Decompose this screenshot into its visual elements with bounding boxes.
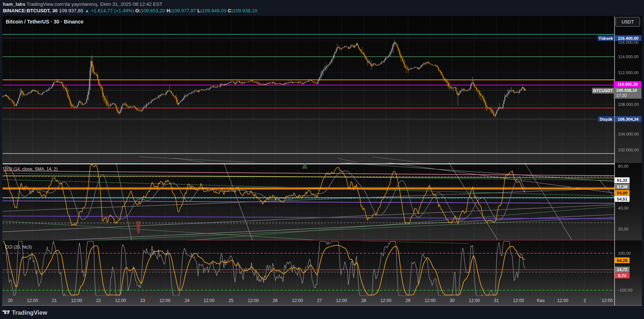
svg-text:12:00: 12:00: [160, 298, 171, 303]
svg-text:USDT: USDT: [622, 20, 634, 25]
svg-text:25: 25: [229, 298, 234, 303]
svg-text:20,00: 20,00: [618, 227, 628, 231]
svg-text:12:00: 12:00: [425, 298, 436, 303]
svg-text:12:00: 12:00: [513, 298, 524, 303]
svg-text:Yüksek: Yüksek: [599, 36, 613, 40]
svg-text:54,89: 54,89: [617, 191, 627, 195]
svg-text:Kas: Kas: [537, 298, 544, 303]
svg-text:54,51: 54,51: [617, 197, 627, 201]
svg-text:17:20: 17:20: [616, 93, 627, 98]
svg-text:12:00: 12:00: [71, 298, 82, 303]
svg-text:106.304,34: 106.304,34: [618, 117, 639, 121]
svg-text:116.400,00: 116.400,00: [618, 36, 639, 40]
svg-text:12:00: 12:00: [380, 298, 392, 303]
svg-text:8,74: 8,74: [618, 273, 626, 278]
svg-text:26: 26: [273, 298, 278, 303]
svg-text:109.938,10: 109.938,10: [616, 88, 637, 92]
svg-text:12:00: 12:00: [27, 298, 38, 303]
svg-text:20: 20: [8, 298, 13, 303]
svg-text:102.000,00: 102.000,00: [618, 148, 639, 152]
svg-text:RSI (14, close, SMA, 14, 2): RSI (14, close, SMA, 14, 2): [5, 167, 57, 172]
svg-text:12:00: 12:00: [204, 298, 215, 303]
svg-text:Bitcoin / TetherUS · 30 · Bina: Bitcoin / TetherUS · 30 · Binance: [6, 19, 83, 25]
svg-text:28: 28: [361, 298, 366, 303]
svg-text:14,72: 14,72: [617, 267, 627, 272]
svg-text:61,32: 61,32: [617, 178, 627, 182]
svg-text:2: 2: [584, 298, 586, 303]
svg-text:114.000,00: 114.000,00: [618, 55, 639, 59]
svg-text:57,38: 57,38: [617, 185, 627, 189]
svg-text:21: 21: [52, 298, 57, 303]
svg-text:64,28: 64,28: [617, 258, 627, 263]
svg-text:12:00: 12:00: [248, 298, 259, 303]
svg-text:100,00: 100,00: [618, 251, 631, 255]
svg-text:22: 22: [96, 298, 101, 303]
svg-text:23: 23: [140, 298, 145, 303]
svg-text:110.602,33: 110.602,33: [617, 82, 638, 86]
svg-text:BTCUSDT: BTCUSDT: [593, 89, 613, 93]
svg-text:80,00: 80,00: [618, 164, 628, 168]
svg-text:24: 24: [184, 298, 190, 303]
svg-text:27: 27: [317, 298, 322, 303]
svg-text:Düşük: Düşük: [600, 117, 613, 121]
svg-text:12:00: 12:00: [469, 298, 480, 303]
svg-text:CCI (20, hlc3): CCI (20, hlc3): [5, 245, 32, 250]
svg-text:−100,00: −100,00: [617, 288, 632, 292]
svg-text:12:00: 12:00: [115, 298, 126, 303]
svg-text:12:00: 12:00: [557, 298, 569, 303]
svg-text:31: 31: [494, 298, 499, 303]
svg-text:12:00: 12:00: [292, 298, 303, 303]
svg-text:30: 30: [450, 298, 455, 303]
svg-text:104.000,00: 104.000,00: [618, 132, 639, 136]
svg-text:40,00: 40,00: [618, 206, 628, 210]
svg-text:29: 29: [405, 298, 410, 303]
svg-text:112.000,00: 112.000,00: [618, 70, 639, 75]
svg-text:12:00: 12:00: [336, 298, 347, 303]
svg-text:108.000,00: 108.000,00: [618, 102, 639, 107]
svg-text:12:00: 12:00: [602, 298, 613, 303]
